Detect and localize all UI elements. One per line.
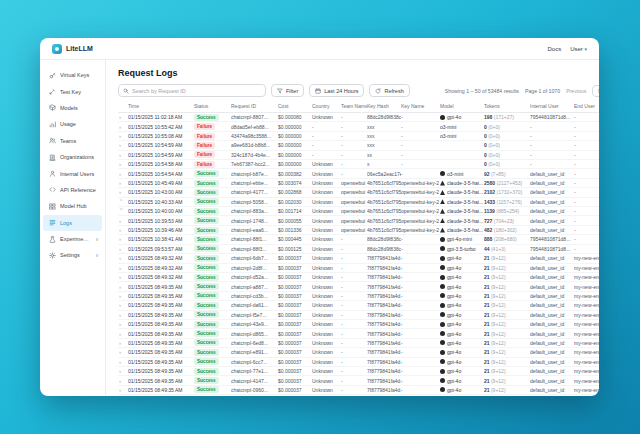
- expand-row-icon[interactable]: ›: [118, 387, 128, 393]
- log-row[interactable]: ›01/15/2025 10:54:59 AMFailure324c187d-4…: [118, 151, 599, 160]
- model-hub-icon: [49, 203, 56, 210]
- log-row[interactable]: ›01/15/2025 10:38:41 AMSuccesschatcmpl-8…: [118, 235, 599, 244]
- log-row[interactable]: ›01/15/2025 10:39:53 AMSuccesschatcmpl-1…: [118, 216, 599, 225]
- expand-row-icon[interactable]: ›: [118, 359, 128, 365]
- collapse-row-icon[interactable]: ›: [119, 207, 125, 217]
- filter-button-label: Filter: [286, 88, 298, 94]
- expand-row-icon[interactable]: ›: [118, 142, 128, 148]
- cell-time: 01/15/2025 10:38:41 AM: [128, 236, 194, 242]
- expand-row-icon[interactable]: ›: [118, 246, 128, 252]
- sidebar-item-api-reference[interactable]: API Reference: [40, 182, 105, 198]
- cell-request-id: chatcmpl-d865...: [231, 331, 278, 337]
- cell-model: claude-3-5-hai...: [440, 227, 484, 233]
- log-row[interactable]: ›01/15/2025 08:49:35 AMSuccesschatcmpl-0…: [118, 386, 599, 395]
- sidebar-item-teams[interactable]: Teams: [40, 133, 105, 149]
- time-range-button[interactable]: Last 24 Hours: [309, 84, 364, 97]
- previous-page-button[interactable]: Previous: [566, 88, 586, 94]
- cell-key-name: -: [401, 340, 440, 346]
- cell-end-user: my-new-end-user-1: [574, 340, 599, 346]
- expand-row-icon[interactable]: ›: [118, 284, 128, 290]
- cell-tokens: 21 (9+12): [484, 302, 530, 308]
- expand-row-icon[interactable]: ›: [118, 265, 128, 271]
- log-row[interactable]: ›01/15/2025 08:49:35 AMSuccesschatcmpl-a…: [118, 282, 599, 291]
- sidebar-item-experimental[interactable]: Experimental∨: [40, 231, 105, 247]
- cell-internal-user: -: [530, 161, 574, 167]
- expand-row-icon[interactable]: ›: [118, 378, 128, 384]
- log-row[interactable]: ›01/15/2025 08:49:35 AMSuccesschatcmpl-c…: [118, 292, 599, 301]
- expand-row-icon[interactable]: ›: [118, 349, 128, 355]
- log-row[interactable]: ›01/15/2025 10:39:46 AMSuccesschatcmpl-e…: [118, 226, 599, 235]
- log-row[interactable]: ›01/15/2025 11:02:18 AMSuccesschatcmpl-8…: [118, 113, 599, 122]
- log-row[interactable]: ›01/15/2025 10:54:54 AMSuccesschatcmpl-b…: [118, 169, 599, 178]
- expand-row-icon[interactable]: ›: [118, 312, 128, 318]
- cell-country: Unknown: [312, 227, 341, 233]
- log-row[interactable]: ›01/15/2025 08:49:32 AMSuccesschatcmpl-2…: [118, 264, 599, 273]
- sidebar-item-organizations[interactable]: Organizations: [40, 149, 105, 165]
- expand-row-icon[interactable]: ›: [118, 274, 128, 280]
- expand-row-icon[interactable]: ›: [118, 368, 128, 374]
- log-row[interactable]: ›01/15/2025 09:53:57 AMSuccesschatcmpl-8…: [118, 245, 599, 254]
- cell-team-name: openwebui: [341, 227, 367, 233]
- status-badge: Success: [194, 321, 219, 328]
- log-row[interactable]: ›01/15/2025 08:49:32 AMSuccesschatcmpl-d…: [118, 273, 599, 282]
- log-row[interactable]: ›01/15/2025 10:55:42 AMFailured8dad5ef-e…: [118, 122, 599, 131]
- log-row[interactable]: ›01/15/2025 10:45:49 AMSuccesschatcmpl-e…: [118, 179, 599, 188]
- cell-tokens: 482 (180+302): [484, 227, 530, 233]
- cell-end-user: my-new-end-user-1: [574, 359, 599, 365]
- log-row[interactable]: ›01/15/2025 08:49:35 AMSuccesschatcmpl-d…: [118, 301, 599, 310]
- log-row[interactable]: ›01/15/2025 08:49:35 AMSuccesschatcmpl-4…: [118, 376, 599, 385]
- sidebar-item-models[interactable]: Models: [40, 100, 105, 116]
- expand-row-icon[interactable]: ›: [118, 293, 128, 299]
- cell-status: Failure: [194, 161, 231, 168]
- sidebar-item-test-key[interactable]: Test Key: [40, 83, 105, 99]
- log-row[interactable]: ›01/15/2025 08:49:32 AMSuccesschatcmpl-6…: [118, 254, 599, 263]
- sidebar-item-virtual-keys[interactable]: Virtual Keys: [40, 67, 105, 83]
- expand-row-icon[interactable]: ›: [118, 124, 128, 130]
- expand-row-icon[interactable]: ›: [118, 236, 128, 242]
- user-menu[interactable]: User ▾: [570, 46, 587, 52]
- log-row[interactable]: ›01/15/2025 10:54:58 AMFailure7eb67387-b…: [118, 160, 599, 169]
- expand-row-icon[interactable]: ›: [118, 302, 128, 308]
- log-row[interactable]: ›01/15/2025 10:54:59 AMFailurea9ee681d-b…: [118, 141, 599, 150]
- expand-row-icon[interactable]: ›: [118, 227, 128, 233]
- refresh-button[interactable]: Refresh: [369, 84, 409, 97]
- log-row[interactable]: ›01/15/2025 08:49:35 AMSuccesschatcmpl-7…: [118, 367, 599, 376]
- sidebar-item-model-hub[interactable]: Model Hub: [40, 198, 105, 214]
- log-row[interactable]: ›01/15/2025 08:49:35 AMSuccesschatcmpl-6…: [118, 358, 599, 367]
- expand-row-icon[interactable]: ›: [118, 340, 128, 346]
- expand-row-icon[interactable]: ›: [118, 171, 128, 177]
- log-row[interactable]: ›01/15/2025 08:49:35 AMSuccesschatcmpl-f…: [118, 311, 599, 320]
- expand-row-icon[interactable]: ›: [118, 255, 128, 261]
- topbar-actions: Docs User ▾: [547, 46, 587, 52]
- cell-request-id: chatcmpl-4177...: [231, 189, 278, 195]
- sidebar-item-usage[interactable]: Usage: [40, 116, 105, 132]
- log-row[interactable]: ›01/15/2025 08:49:35 AMSuccesschatcmpl-4…: [118, 320, 599, 329]
- expand-row-icon[interactable]: ›: [118, 152, 128, 158]
- log-row[interactable]: ›01/15/2025 10:43:00 AMSuccesschatcmpl-4…: [118, 188, 599, 197]
- sidebar-item-internal-users[interactable]: Internal Users: [40, 165, 105, 181]
- log-row[interactable]: ›01/15/2025 10:40:00 AMSuccesschatcmpl-8…: [118, 207, 599, 216]
- log-row[interactable]: ›01/15/2025 10:40:33 AMSuccesschatcmpl-5…: [118, 198, 599, 207]
- next-page-button[interactable]: Next: [592, 85, 599, 97]
- cell-cost: $0.000037: [278, 255, 312, 261]
- search-input[interactable]: [132, 88, 261, 94]
- expand-row-icon[interactable]: ›: [118, 218, 128, 224]
- usage-icon: [49, 121, 56, 128]
- expand-row-icon[interactable]: ›: [118, 321, 128, 327]
- expand-row-icon[interactable]: ›: [118, 161, 128, 167]
- expand-row-icon[interactable]: ›: [118, 180, 128, 186]
- sidebar-item-logs[interactable]: Logs: [43, 215, 102, 231]
- filter-button[interactable]: Filter: [271, 84, 304, 97]
- expand-row-icon[interactable]: ›: [118, 133, 128, 139]
- sidebar-item-settings[interactable]: Settings∨: [40, 247, 105, 263]
- cell-key-hash: 4b7651c6cf795...: [367, 180, 401, 186]
- log-row[interactable]: ›01/15/2025 08:49:35 AMSuccesschatcmpl-6…: [118, 339, 599, 348]
- expand-row-icon[interactable]: ›: [118, 114, 128, 120]
- expand-row-icon[interactable]: ›: [118, 331, 128, 337]
- log-row[interactable]: ›01/15/2025 10:55:08 AMFailure43474a98c3…: [118, 132, 599, 141]
- log-row[interactable]: ›01/15/2025 08:49:35 AMSuccesschatcmpl-e…: [118, 348, 599, 357]
- expand-row-icon[interactable]: ›: [118, 189, 128, 195]
- cell-internal-user: default_user_id: [530, 321, 574, 327]
- log-row[interactable]: ›01/15/2025 08:49:35 AMSuccesschatcmpl-d…: [118, 329, 599, 338]
- docs-link[interactable]: Docs: [547, 46, 561, 52]
